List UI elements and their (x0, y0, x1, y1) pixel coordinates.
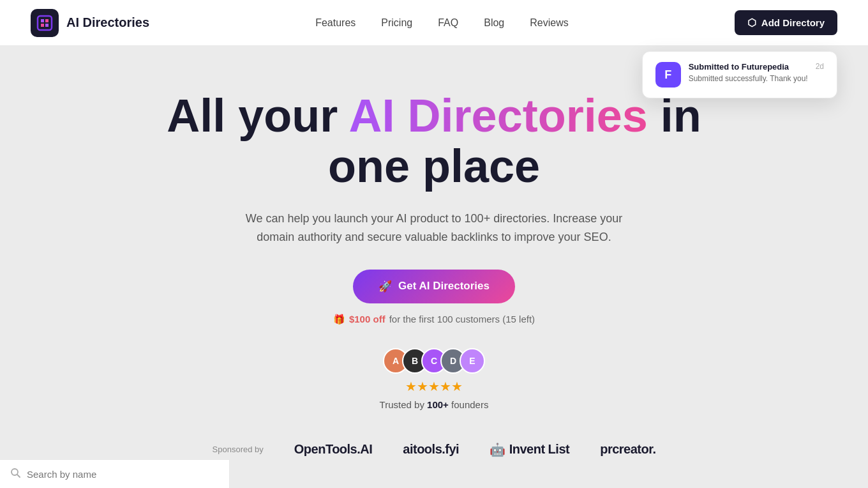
avatar: E (460, 348, 485, 374)
hero-subtitle-text1: We can help you launch your AI product t… (246, 212, 550, 225)
discount-banner: 🎁 $100 off for the first 100 customers (… (333, 314, 535, 325)
add-directory-button[interactable]: ⬡ Add Directory (735, 10, 837, 35)
notification-body: Submitted successfully. Thank you! (689, 73, 808, 84)
sponsor-inventlist[interactable]: 🤖 Invent List (490, 442, 569, 457)
hero-subtitle: We can help you launch your AI product t… (230, 210, 638, 247)
hero-title-start: All your (167, 90, 338, 141)
svg-rect-1 (41, 19, 44, 22)
search-input[interactable] (27, 469, 219, 480)
star-rating: ★★★★★ (405, 379, 463, 394)
svg-rect-3 (41, 24, 44, 27)
trust-text: Trusted by 100+ founders (380, 399, 489, 410)
sponsor-opentools[interactable]: OpenTools.AI (294, 442, 373, 457)
nav-pricing[interactable]: Pricing (381, 17, 412, 29)
logo-icon (31, 9, 59, 37)
search-bar (0, 459, 230, 488)
svg-rect-4 (45, 24, 49, 27)
sponsor-aitools[interactable]: aitools.fyi (403, 442, 459, 457)
nav-links: Features Pricing FAQ Blog Reviews (315, 17, 569, 29)
hero-title-gradient: AI Directories (349, 90, 648, 141)
sponsor-prcreator[interactable]: prcreator. (600, 442, 655, 457)
hero-title-line2: one place (328, 141, 540, 192)
svg-line-6 (17, 475, 20, 477)
rocket-icon: 🚀 (378, 280, 392, 293)
notification-title: Submitted to Futurepedia (689, 62, 808, 72)
nav-reviews[interactable]: Reviews (530, 17, 568, 29)
brand-name: AI Directories (66, 15, 149, 30)
nav-faq[interactable]: FAQ (438, 17, 458, 29)
navbar: AI Directories Features Pricing FAQ Blog… (0, 0, 868, 46)
robot-icon: 🤖 (490, 442, 505, 457)
notification-time: 2d (816, 62, 824, 71)
sponsors-section: Sponsored by OpenTools.AI aitools.fyi 🤖 … (213, 442, 656, 457)
discount-description: for the first 100 customers (15 left) (389, 314, 535, 324)
nav-brand: AI Directories (31, 9, 149, 37)
notification-app-icon: F (655, 62, 681, 88)
sponsored-by-label: Sponsored by (213, 445, 264, 454)
avatar-group: A B C D E (383, 348, 485, 374)
svg-rect-2 (45, 19, 49, 22)
get-directories-button[interactable]: 🚀 Get AI Directories (353, 270, 515, 303)
discount-amount: $100 off (349, 314, 385, 324)
hero-title: All your AI Directories in one place (167, 91, 701, 192)
gift-icon: 🎁 (333, 314, 345, 325)
nav-features[interactable]: Features (315, 17, 355, 29)
github-icon: ⬡ (747, 17, 756, 29)
nav-blog[interactable]: Blog (484, 17, 504, 29)
notification-popup: F Submitted to Futurepedia Submitted suc… (642, 51, 837, 98)
search-icon (10, 468, 20, 480)
main-content: All your AI Directories in one place We … (0, 46, 868, 488)
social-proof: A B C D E ★★★★★ Trusted by 100+ founders (380, 348, 489, 410)
notification-content: Submitted to Futurepedia Submitted succe… (689, 62, 808, 84)
hero-section: All your AI Directories in one place We … (0, 46, 868, 483)
svg-rect-0 (38, 16, 52, 30)
